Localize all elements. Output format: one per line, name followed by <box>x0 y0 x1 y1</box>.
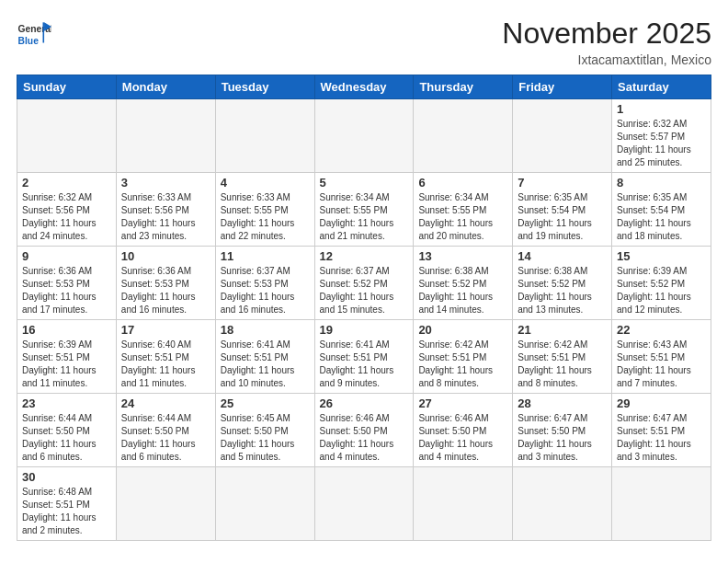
day-number: 3 <box>121 176 210 190</box>
week-row-2: 9Sunrise: 6:36 AM Sunset: 5:53 PM Daylig… <box>17 247 711 320</box>
week-row-5: 30Sunrise: 6:48 AM Sunset: 5:51 PM Dayli… <box>17 467 711 541</box>
logo: General Blue <box>17 17 51 52</box>
day-info: Sunrise: 6:35 AM Sunset: 5:54 PM Dayligh… <box>617 191 706 243</box>
day-info: Sunrise: 6:45 AM Sunset: 5:50 PM Dayligh… <box>221 412 310 464</box>
day-number: 8 <box>617 176 706 190</box>
day-number: 15 <box>617 249 706 263</box>
day-info: Sunrise: 6:32 AM Sunset: 5:56 PM Dayligh… <box>22 191 111 243</box>
day-info: Sunrise: 6:42 AM Sunset: 5:51 PM Dayligh… <box>418 339 507 390</box>
day-number: 1 <box>617 102 706 116</box>
header: General Blue November 2025 Ixtacamaxtitl… <box>17 17 711 67</box>
day-info: Sunrise: 6:40 AM Sunset: 5:51 PM Dayligh… <box>121 339 210 390</box>
day-info: Sunrise: 6:37 AM Sunset: 5:52 PM Dayligh… <box>320 265 409 316</box>
calendar-cell: 21Sunrise: 6:42 AM Sunset: 5:51 PM Dayli… <box>513 320 612 394</box>
day-info: Sunrise: 6:41 AM Sunset: 5:51 PM Dayligh… <box>221 339 310 390</box>
day-info: Sunrise: 6:34 AM Sunset: 5:55 PM Dayligh… <box>418 191 507 243</box>
calendar-cell: 10Sunrise: 6:36 AM Sunset: 5:53 PM Dayli… <box>116 247 215 320</box>
calendar-cell: 14Sunrise: 6:38 AM Sunset: 5:52 PM Dayli… <box>513 247 612 320</box>
day-number: 24 <box>121 396 210 410</box>
day-number: 14 <box>518 249 607 263</box>
day-info: Sunrise: 6:36 AM Sunset: 5:53 PM Dayligh… <box>121 265 210 316</box>
location: Ixtacamaxtitlan, Mexico <box>502 52 711 67</box>
day-info: Sunrise: 6:47 AM Sunset: 5:50 PM Dayligh… <box>518 412 607 464</box>
svg-rect-3 <box>43 22 45 42</box>
calendar-cell: 20Sunrise: 6:42 AM Sunset: 5:51 PM Dayli… <box>414 320 513 394</box>
day-number: 25 <box>221 396 310 410</box>
calendar-cell <box>513 467 612 541</box>
day-info: Sunrise: 6:44 AM Sunset: 5:50 PM Dayligh… <box>121 412 210 464</box>
day-number: 27 <box>418 396 507 410</box>
general-blue-icon: General Blue <box>17 17 51 52</box>
calendar-cell <box>314 99 414 173</box>
day-number: 30 <box>22 470 111 484</box>
calendar-cell <box>215 99 314 173</box>
calendar-cell: 13Sunrise: 6:38 AM Sunset: 5:52 PM Dayli… <box>414 247 513 320</box>
calendar-cell: 29Sunrise: 6:47 AM Sunset: 5:51 PM Dayli… <box>612 394 711 467</box>
day-info: Sunrise: 6:39 AM Sunset: 5:52 PM Dayligh… <box>617 265 706 316</box>
calendar-cell: 30Sunrise: 6:48 AM Sunset: 5:51 PM Dayli… <box>17 467 117 541</box>
calendar-cell: 26Sunrise: 6:46 AM Sunset: 5:50 PM Dayli… <box>314 394 414 467</box>
day-number: 12 <box>320 249 409 263</box>
day-info: Sunrise: 6:32 AM Sunset: 5:57 PM Dayligh… <box>617 118 706 169</box>
header-wednesday: Wednesday <box>314 75 414 99</box>
day-info: Sunrise: 6:44 AM Sunset: 5:50 PM Dayligh… <box>22 412 111 464</box>
calendar-cell <box>314 467 414 541</box>
header-saturday: Saturday <box>612 75 711 99</box>
calendar-cell: 11Sunrise: 6:37 AM Sunset: 5:53 PM Dayli… <box>215 247 314 320</box>
calendar-cell <box>215 467 314 541</box>
day-number: 29 <box>617 396 706 410</box>
week-row-4: 23Sunrise: 6:44 AM Sunset: 5:50 PM Dayli… <box>17 394 711 467</box>
calendar-cell <box>414 467 513 541</box>
day-info: Sunrise: 6:42 AM Sunset: 5:51 PM Dayligh… <box>518 339 607 390</box>
calendar-cell: 2Sunrise: 6:32 AM Sunset: 5:56 PM Daylig… <box>17 173 117 247</box>
calendar: Sunday Monday Tuesday Wednesday Thursday… <box>17 75 711 541</box>
header-friday: Friday <box>513 75 612 99</box>
calendar-cell: 4Sunrise: 6:33 AM Sunset: 5:55 PM Daylig… <box>215 173 314 247</box>
day-number: 26 <box>320 396 409 410</box>
days-header-row: Sunday Monday Tuesday Wednesday Thursday… <box>17 75 711 99</box>
day-number: 7 <box>518 176 607 190</box>
day-number: 6 <box>418 176 507 190</box>
header-monday: Monday <box>116 75 215 99</box>
day-info: Sunrise: 6:39 AM Sunset: 5:51 PM Dayligh… <box>22 339 111 390</box>
day-info: Sunrise: 6:48 AM Sunset: 5:51 PM Dayligh… <box>22 486 111 537</box>
day-info: Sunrise: 6:33 AM Sunset: 5:55 PM Dayligh… <box>221 191 310 243</box>
calendar-cell: 23Sunrise: 6:44 AM Sunset: 5:50 PM Dayli… <box>17 394 117 467</box>
day-number: 20 <box>418 323 507 337</box>
day-number: 13 <box>418 249 507 263</box>
day-number: 10 <box>121 249 210 263</box>
week-row-1: 2Sunrise: 6:32 AM Sunset: 5:56 PM Daylig… <box>17 173 711 247</box>
day-number: 9 <box>22 249 111 263</box>
day-number: 19 <box>320 323 409 337</box>
day-info: Sunrise: 6:46 AM Sunset: 5:50 PM Dayligh… <box>320 412 409 464</box>
calendar-cell: 6Sunrise: 6:34 AM Sunset: 5:55 PM Daylig… <box>414 173 513 247</box>
calendar-cell: 17Sunrise: 6:40 AM Sunset: 5:51 PM Dayli… <box>116 320 215 394</box>
calendar-cell: 15Sunrise: 6:39 AM Sunset: 5:52 PM Dayli… <box>612 247 711 320</box>
day-info: Sunrise: 6:41 AM Sunset: 5:51 PM Dayligh… <box>320 339 409 390</box>
header-sunday: Sunday <box>17 75 117 99</box>
calendar-cell: 1Sunrise: 6:32 AM Sunset: 5:57 PM Daylig… <box>612 99 711 173</box>
calendar-cell <box>414 99 513 173</box>
calendar-cell: 27Sunrise: 6:46 AM Sunset: 5:50 PM Dayli… <box>414 394 513 467</box>
day-number: 4 <box>221 176 310 190</box>
day-number: 2 <box>22 176 111 190</box>
day-number: 18 <box>221 323 310 337</box>
day-info: Sunrise: 6:38 AM Sunset: 5:52 PM Dayligh… <box>418 265 507 316</box>
calendar-cell: 9Sunrise: 6:36 AM Sunset: 5:53 PM Daylig… <box>17 247 117 320</box>
calendar-cell: 16Sunrise: 6:39 AM Sunset: 5:51 PM Dayli… <box>17 320 117 394</box>
calendar-cell: 28Sunrise: 6:47 AM Sunset: 5:50 PM Dayli… <box>513 394 612 467</box>
day-info: Sunrise: 6:43 AM Sunset: 5:51 PM Dayligh… <box>617 339 706 390</box>
month-title: November 2025 <box>502 17 711 51</box>
calendar-cell <box>17 99 117 173</box>
day-info: Sunrise: 6:47 AM Sunset: 5:51 PM Dayligh… <box>617 412 706 464</box>
header-tuesday: Tuesday <box>215 75 314 99</box>
calendar-cell: 19Sunrise: 6:41 AM Sunset: 5:51 PM Dayli… <box>314 320 414 394</box>
week-row-0: 1Sunrise: 6:32 AM Sunset: 5:57 PM Daylig… <box>17 99 711 173</box>
calendar-cell <box>116 467 215 541</box>
calendar-cell: 8Sunrise: 6:35 AM Sunset: 5:54 PM Daylig… <box>612 173 711 247</box>
calendar-cell: 12Sunrise: 6:37 AM Sunset: 5:52 PM Dayli… <box>314 247 414 320</box>
day-info: Sunrise: 6:33 AM Sunset: 5:56 PM Dayligh… <box>121 191 210 243</box>
calendar-cell: 5Sunrise: 6:34 AM Sunset: 5:55 PM Daylig… <box>314 173 414 247</box>
calendar-cell: 24Sunrise: 6:44 AM Sunset: 5:50 PM Dayli… <box>116 394 215 467</box>
week-row-3: 16Sunrise: 6:39 AM Sunset: 5:51 PM Dayli… <box>17 320 711 394</box>
